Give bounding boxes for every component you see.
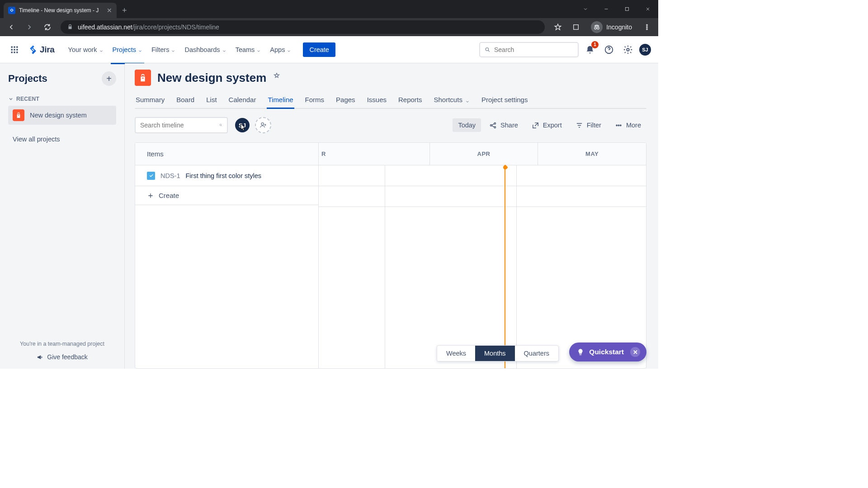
svg-rect-8 (11, 49, 13, 50)
url-input[interactable]: uifeed.atlassian.net/jira/core/projects/… (61, 20, 545, 34)
quickstart-button[interactable]: Quickstart ✕ (569, 343, 646, 361)
create-project-button[interactable]: + (102, 71, 116, 86)
window-minimize-icon[interactable] (596, 0, 617, 18)
timeline-months-header: R APR MAY (319, 143, 646, 165)
timeline-grid: Items NDS-1 First thing first color styl… (135, 142, 646, 369)
nav-dashboards[interactable]: Dashboards (181, 43, 230, 56)
create-item-button[interactable]: Create (135, 186, 318, 205)
svg-point-23 (618, 125, 619, 126)
svg-point-3 (646, 27, 648, 28)
timeline-search[interactable] (135, 117, 228, 133)
tab-pages[interactable]: Pages (335, 92, 356, 108)
svg-point-2 (646, 24, 648, 26)
help-button[interactable] (601, 42, 617, 57)
extensions-icon[interactable] (568, 19, 584, 35)
zoom-months[interactable]: Months (475, 346, 515, 361)
tab-board[interactable]: Board (175, 92, 195, 108)
profile-avatar[interactable]: SJ (639, 44, 651, 56)
create-button[interactable]: Create (303, 42, 335, 57)
svg-rect-10 (16, 49, 18, 50)
month-column: MAY (538, 143, 646, 165)
item-key: NDS-1 (160, 172, 180, 179)
svg-point-18 (261, 123, 264, 125)
browser-back-button[interactable] (4, 19, 19, 35)
zoom-quarters[interactable]: Quarters (515, 346, 558, 361)
assignee-avatar[interactable]: SJ (234, 117, 250, 133)
tab-shortcuts[interactable]: Shortcuts (433, 92, 471, 108)
tabs-dropdown-icon[interactable] (575, 0, 596, 18)
settings-button[interactable] (620, 42, 636, 57)
give-feedback-link[interactable]: Give feedback (8, 353, 116, 361)
star-project-button[interactable] (273, 73, 281, 83)
timeline-item-row[interactable]: NDS-1 First thing first color styles (135, 165, 318, 186)
svg-rect-9 (14, 49, 15, 50)
nav-projects[interactable]: Projects (109, 43, 146, 56)
tab-reports[interactable]: Reports (397, 92, 423, 108)
browser-tab-title: Timeline - New design system - J (19, 7, 103, 14)
timeline-lane[interactable] (319, 165, 646, 186)
timeline-canvas[interactable]: R APR MAY (319, 143, 646, 368)
svg-rect-6 (14, 46, 15, 47)
svg-point-24 (620, 125, 621, 126)
month-column: APR (429, 143, 538, 165)
tab-close-icon[interactable]: ✕ (107, 7, 112, 14)
svg-rect-0 (626, 8, 629, 11)
global-search-input[interactable] (494, 46, 573, 53)
tab-timeline[interactable]: Timeline (267, 92, 294, 108)
timeline-search-input[interactable] (140, 122, 219, 129)
share-button[interactable]: Share (484, 118, 524, 132)
svg-rect-5 (11, 46, 13, 47)
app-switcher-icon[interactable] (7, 42, 22, 57)
incognito-indicator[interactable]: Incognito (586, 21, 637, 33)
global-search[interactable] (479, 42, 579, 57)
tab-forms[interactable]: Forms (304, 92, 326, 108)
notifications-button[interactable]: 1 (582, 42, 598, 57)
top-nav-items: Your work Projects Filters Dashboards Te… (65, 43, 295, 56)
nav-your-work[interactable]: Your work (65, 43, 107, 56)
svg-point-16 (627, 48, 629, 51)
search-icon (485, 46, 491, 53)
browser-tab[interactable]: Timeline - New design system - J ✕ (4, 3, 117, 18)
jira-logo[interactable]: Jira (25, 45, 57, 55)
bookmark-star-icon[interactable] (550, 19, 566, 35)
add-people-button[interactable] (255, 117, 271, 133)
sidebar-project-item[interactable]: New design system (8, 106, 116, 125)
zoom-weeks[interactable]: Weeks (437, 346, 475, 361)
window-maximize-icon[interactable] (617, 0, 637, 18)
notification-count: 1 (591, 41, 599, 48)
browser-menu-icon[interactable] (639, 19, 655, 35)
svg-point-17 (220, 124, 222, 126)
timeline-lane[interactable] (319, 186, 646, 207)
more-button[interactable]: More (609, 118, 646, 132)
nav-teams[interactable]: Teams (232, 43, 265, 56)
lightbulb-icon (576, 348, 585, 356)
tab-list[interactable]: List (205, 92, 217, 108)
nav-apps[interactable]: Apps (266, 43, 295, 56)
plus-icon (147, 192, 154, 199)
chevron-down-icon (138, 47, 142, 52)
tab-issues[interactable]: Issues (366, 92, 387, 108)
nav-filters[interactable]: Filters (148, 43, 179, 56)
month-column: R (319, 143, 429, 165)
task-type-icon (147, 172, 155, 180)
new-tab-button[interactable]: + (117, 3, 132, 18)
export-button[interactable]: Export (526, 118, 567, 132)
browser-forward-button[interactable] (22, 19, 37, 35)
zoom-toggle: Weeks Months Quarters (437, 345, 559, 361)
tab-summary[interactable]: Summary (135, 92, 165, 108)
filter-button[interactable]: Filter (570, 118, 607, 132)
browser-reload-button[interactable] (40, 19, 55, 35)
today-button[interactable]: Today (453, 118, 481, 132)
team-managed-note: You're in a team-managed project (8, 341, 116, 347)
quickstart-close-icon[interactable]: ✕ (630, 347, 640, 357)
chevron-down-icon (8, 96, 14, 102)
incognito-icon (591, 21, 603, 33)
tab-calendar[interactable]: Calendar (228, 92, 257, 108)
browser-tab-strip: Timeline - New design system - J ✕ + (0, 0, 658, 18)
view-all-projects-link[interactable]: View all projects (8, 133, 116, 145)
more-icon (615, 122, 623, 129)
tab-project-settings[interactable]: Project settings (481, 92, 529, 108)
sidebar-section-recent[interactable]: RECENT (8, 96, 116, 102)
window-close-icon[interactable] (637, 0, 658, 18)
incognito-label: Incognito (606, 23, 632, 31)
